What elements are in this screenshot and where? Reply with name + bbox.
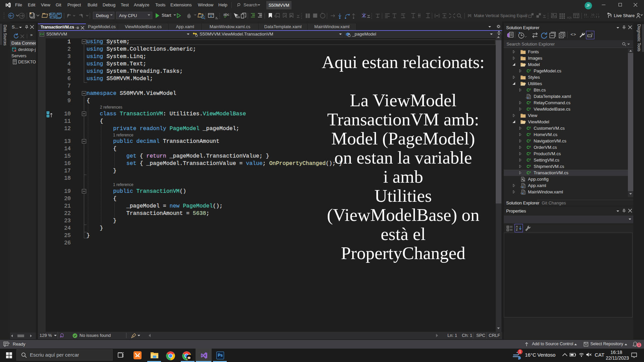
svg-text:Make Vertical Spacing Equal: Make Vertical Spacing Equal [474, 13, 527, 18]
svg-text:Live Share: Live Share [614, 13, 635, 18]
svg-text:SQL: SQL [567, 16, 573, 19]
svg-text:Z: Z [516, 228, 518, 231]
